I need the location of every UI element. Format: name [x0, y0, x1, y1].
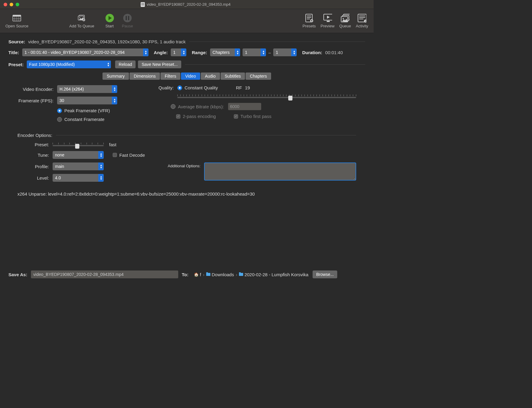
turbo-first-pass-checkbox	[234, 114, 238, 119]
toolbar: Open Source Add To Queue Start Pause Pre…	[0, 9, 374, 33]
content-area: Source: video_BYEDP190807_2020-02-28_094…	[0, 33, 374, 196]
svg-point-21	[311, 20, 312, 21]
add-to-queue-icon	[77, 14, 86, 23]
encoder-preset-slider[interactable]	[53, 141, 104, 147]
encoder-preset-value: fast	[109, 142, 116, 147]
add-to-queue-button[interactable]: Add To Queue	[67, 14, 97, 28]
svg-point-27	[343, 18, 344, 19]
range-to-select[interactable]: 1▲▼	[273, 48, 297, 56]
fps-label: Framerate (FPS):	[17, 98, 54, 103]
breadcrumb-home[interactable]: f	[200, 272, 201, 277]
to-label: To:	[182, 272, 188, 277]
encoder-options-label: Encoder Options:	[17, 133, 52, 138]
tab-summary[interactable]: Summary	[102, 73, 129, 80]
range-label: Range:	[192, 50, 207, 55]
preview-button[interactable]: Preview	[318, 14, 337, 28]
x264-unparse: x264 Unparse: level=4.0:ref=2:8x8dct=0:w…	[17, 191, 255, 196]
two-pass-checkbox	[176, 114, 180, 119]
angle-select[interactable]: 1▲▼	[171, 48, 186, 56]
document-icon	[141, 2, 145, 7]
turbo-label: Turbo first pass	[240, 114, 271, 119]
level-select[interactable]: 4.0▲▼	[53, 174, 104, 182]
rf-label: RF	[236, 85, 242, 90]
preset-label: Preset:	[8, 62, 24, 67]
encoder-preset-label: Preset:	[17, 142, 49, 147]
range-separator: –	[268, 50, 271, 55]
duration-value: 00:01:40	[325, 50, 343, 55]
tabs: SummaryDimensionsFiltersVideoAudioSubtit…	[8, 73, 365, 80]
quality-slider[interactable]	[177, 94, 356, 99]
svg-point-8	[79, 17, 80, 18]
profile-label: Profile:	[17, 164, 49, 169]
svg-rect-23	[327, 21, 330, 22]
preset-select[interactable]: Fast 1080p30 (Modified)▲▼	[27, 60, 111, 68]
window-title: video_BYEDP190807_2020-02-28_094353.mp4	[1, 2, 370, 7]
video-encoder-label: Video Encoder:	[17, 87, 54, 92]
start-label: Start	[105, 24, 114, 28]
folder-icon	[239, 273, 243, 276]
two-pass-label: 2-pass encoding	[183, 114, 216, 119]
save-as-input[interactable]	[31, 270, 178, 278]
video-panel: Video Encoder: H.264 (x264)▲▼ Framerate …	[8, 85, 365, 196]
range-from-select[interactable]: 1▲▼	[243, 48, 266, 56]
tab-audio[interactable]: Audio	[201, 73, 220, 80]
breadcrumb-folder[interactable]: 2020-02-28 - Lumpfish Korsvika	[244, 272, 308, 277]
bottom-bar: Save As: To: 🏠f › Downloads › 2020-02-28…	[8, 270, 365, 278]
preset-row: Preset: Fast 1080p30 (Modified)▲▼ Reload…	[8, 60, 365, 68]
title-label: Title:	[8, 50, 19, 55]
svg-point-13	[123, 14, 132, 22]
source-value: video_BYEDP190807_2020-02-28_094353, 192…	[28, 39, 186, 44]
activity-button[interactable]: i Activity	[353, 14, 371, 28]
add-to-queue-label: Add To Queue	[69, 24, 94, 28]
browse-button[interactable]: Browse...	[313, 270, 337, 278]
peak-framerate-label: Peak Framerate (VFR)	[64, 108, 110, 113]
pause-label: Pause	[122, 24, 133, 28]
angle-label: Angle:	[154, 50, 168, 55]
presets-button[interactable]: Presets	[300, 14, 318, 28]
queue-button[interactable]: Queue	[337, 14, 353, 28]
duration-label: Duration:	[302, 50, 322, 55]
breadcrumb-downloads[interactable]: Downloads	[212, 272, 234, 277]
breadcrumb: 🏠f › Downloads › 2020-02-28 - Lumpfish K…	[194, 272, 308, 277]
title-select[interactable]: 1 - 00:01:40 - video_BYEDP190807_2020-02…	[22, 48, 148, 56]
video-encoder-select[interactable]: H.264 (x264)▲▼	[57, 85, 117, 93]
additional-options-label: Additional Options:	[168, 164, 200, 168]
queue-label: Queue	[339, 24, 351, 28]
preview-label: Preview	[321, 24, 335, 28]
window-title-text: video_BYEDP190807_2020-02-28_094353.mp4	[147, 2, 231, 7]
svg-rect-15	[128, 16, 129, 20]
constant-quality-radio[interactable]	[177, 85, 182, 90]
profile-select[interactable]: main▲▼	[53, 162, 104, 170]
quality-label: Quality:	[156, 85, 174, 90]
range-type-select[interactable]: Chapters▲▼	[210, 48, 240, 56]
presets-icon	[304, 14, 313, 23]
pause-button: Pause	[120, 14, 136, 28]
fps-select[interactable]: 30▲▼	[57, 97, 117, 104]
constant-framerate-label: Constant Framerate	[64, 117, 104, 122]
additional-options-input[interactable]	[204, 162, 356, 181]
source-row: Source: video_BYEDP190807_2020-02-28_094…	[8, 39, 365, 44]
svg-rect-14	[126, 16, 127, 20]
tune-select[interactable]: none▲▼	[53, 151, 104, 159]
level-label: Level:	[17, 175, 49, 181]
svg-rect-1	[13, 15, 21, 17]
reload-button[interactable]: Reload	[115, 60, 136, 68]
constant-quality-label: Constant Quality	[185, 85, 218, 90]
open-source-button[interactable]: Open Source	[3, 14, 31, 28]
rf-value: 19	[245, 85, 250, 90]
fast-decode-checkbox[interactable]	[113, 153, 117, 157]
source-label: Source:	[8, 39, 25, 44]
tab-subtitles[interactable]: Subtitles	[221, 73, 245, 80]
tab-filters[interactable]: Filters	[161, 73, 180, 80]
folder-icon	[206, 273, 210, 276]
pause-icon	[123, 14, 132, 23]
tab-chapters[interactable]: Chapters	[246, 73, 271, 80]
tab-dimensions[interactable]: Dimensions	[130, 73, 160, 80]
start-button[interactable]: Start	[103, 14, 117, 28]
open-source-icon	[12, 14, 21, 23]
average-bitrate-radio[interactable]	[171, 104, 176, 109]
tab-video[interactable]: Video	[181, 73, 200, 80]
peak-framerate-radio[interactable]	[57, 108, 62, 113]
constant-framerate-radio[interactable]	[57, 117, 62, 122]
save-new-preset-button[interactable]: Save New Preset...	[138, 60, 181, 68]
